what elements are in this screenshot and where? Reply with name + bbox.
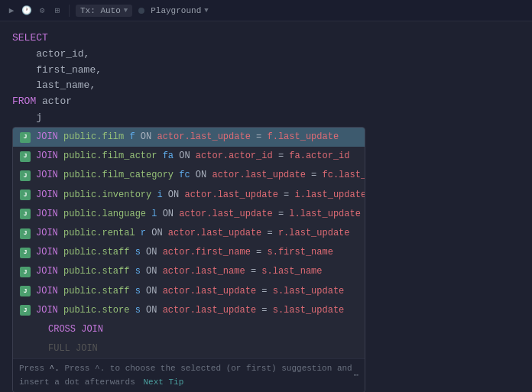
autocomplete-item-6[interactable]: J JOIN public.staff s ON actor.first_nam… bbox=[13, 243, 365, 262]
history-icon[interactable]: 🕐 bbox=[21, 5, 32, 16]
autocomplete-item-8[interactable]: J JOIN public.staff s ON actor.last_upda… bbox=[13, 282, 365, 301]
keyword-select: SELECT bbox=[12, 31, 48, 47]
autocomplete-item-0[interactable]: J JOIN public.film f ON actor.last_updat… bbox=[13, 128, 365, 147]
keyword-from: FROM bbox=[12, 94, 36, 110]
autocomplete-text-9: JOIN public.store s ON actor.last_update… bbox=[36, 303, 358, 318]
toolbar-divider bbox=[69, 5, 70, 17]
autocomplete-text-8: JOIN public.staff s ON actor.last_update… bbox=[36, 284, 358, 299]
playground-chevron-icon: ▼ bbox=[204, 7, 208, 15]
join-icon-7: J bbox=[19, 266, 31, 278]
join-icon-5: J bbox=[19, 228, 31, 240]
autocomplete-text-2: JOIN public.film_category fc ON actor.la… bbox=[36, 168, 365, 183]
autocomplete-text-full: FULL JOIN bbox=[36, 342, 358, 356]
grid-icon[interactable]: ⊞ bbox=[52, 5, 63, 16]
autocomplete-item-2[interactable]: J JOIN public.film_category fc ON actor.… bbox=[13, 166, 365, 185]
editor[interactable]: SELECT actor_id, first_name, last_name, … bbox=[0, 21, 532, 135]
join-icon-8: J bbox=[19, 285, 31, 297]
autocomplete-item-7[interactable]: J JOIN public.staff s ON actor.last_name… bbox=[13, 262, 365, 281]
editor-line-2: actor_id, bbox=[12, 47, 520, 63]
toolbar-icons: ▶ 🕐 ⚙ ⊞ bbox=[6, 5, 63, 16]
autocomplete-item-5[interactable]: J JOIN public.rental r ON actor.last_upd… bbox=[13, 224, 365, 243]
autocomplete-item-full[interactable]: FULL JOIN bbox=[13, 339, 365, 358]
autocomplete-footer: Press ^. Press ^. to choose the selected… bbox=[13, 358, 365, 392]
footer-hint: Press ^. Press ^. to choose the selected… bbox=[19, 362, 353, 389]
playground-label: Playground bbox=[151, 6, 201, 15]
footer-hint-text: Press ^. to choose the selected (or firs… bbox=[19, 364, 352, 387]
autocomplete-text-1: JOIN public.film_actor fa ON actor.actor… bbox=[36, 149, 358, 164]
editor-line-1: SELECT bbox=[12, 31, 520, 47]
autocomplete-item-1[interactable]: J JOIN public.film_actor fa ON actor.act… bbox=[13, 147, 365, 166]
autocomplete-text-3: JOIN public.inventory i ON actor.last_up… bbox=[36, 188, 365, 202]
more-options-icon[interactable]: ⋯ bbox=[353, 369, 358, 383]
autocomplete-item-3[interactable]: J JOIN public.inventory i ON actor.last_… bbox=[13, 186, 365, 205]
autocomplete-text-4: JOIN public.language l ON actor.last_upd… bbox=[36, 207, 361, 222]
kbd-hint: ^. bbox=[50, 364, 60, 373]
editor-line-4: last_name, bbox=[12, 78, 520, 94]
full-join-spacer bbox=[19, 343, 31, 355]
autocomplete-text-7: JOIN public.staff s ON actor.last_name =… bbox=[36, 264, 358, 279]
toolbar-dot bbox=[138, 8, 144, 14]
next-tip-link[interactable]: Next Tip bbox=[143, 377, 183, 387]
join-icon-9: J bbox=[19, 304, 31, 316]
settings-icon[interactable]: ⚙ bbox=[37, 5, 47, 16]
field-last-name: last_name, bbox=[12, 78, 96, 94]
autocomplete-item-9[interactable]: J JOIN public.store s ON actor.last_upda… bbox=[13, 301, 365, 320]
join-icon-2: J bbox=[19, 170, 31, 182]
toolbar: ▶ 🕐 ⚙ ⊞ Tx: Auto ▼ Playground ▼ bbox=[0, 0, 532, 21]
table-actor: actor bbox=[36, 94, 72, 110]
autocomplete-dropdown: J JOIN public.film f ON actor.last_updat… bbox=[12, 127, 365, 392]
autocomplete-text-6: JOIN public.staff s ON actor.first_name … bbox=[36, 245, 358, 260]
field-actor-id: actor_id, bbox=[12, 47, 89, 63]
tx-label: Tx: Auto bbox=[80, 6, 121, 15]
playground-selector[interactable]: Playground ▼ bbox=[151, 6, 208, 15]
cross-join-spacer bbox=[19, 323, 31, 335]
cursor-j: j bbox=[12, 110, 42, 126]
tx-chevron-icon: ▼ bbox=[124, 7, 128, 15]
join-icon-6: J bbox=[19, 247, 31, 259]
join-icon-1: J bbox=[19, 151, 31, 163]
autocomplete-text-5: JOIN public.rental r ON actor.last_updat… bbox=[36, 226, 358, 241]
join-icon-4: J bbox=[19, 208, 31, 220]
editor-line-5: FROM actor bbox=[12, 94, 520, 110]
join-icon-0: J bbox=[19, 131, 31, 144]
autocomplete-item-4[interactable]: J JOIN public.language l ON actor.last_u… bbox=[13, 205, 365, 224]
autocomplete-text-cross: CROSS JOIN bbox=[36, 322, 358, 337]
play-icon[interactable]: ▶ bbox=[6, 5, 17, 16]
join-icon-3: J bbox=[19, 189, 31, 201]
tx-selector[interactable]: Tx: Auto ▼ bbox=[76, 5, 132, 17]
editor-line-3: first_name, bbox=[12, 63, 520, 79]
autocomplete-text-0: JOIN public.film f ON actor.last_update … bbox=[36, 130, 358, 144]
autocomplete-item-cross[interactable]: CROSS JOIN bbox=[13, 320, 365, 339]
field-first-name: first_name, bbox=[12, 63, 102, 79]
editor-line-6: j bbox=[12, 110, 520, 126]
